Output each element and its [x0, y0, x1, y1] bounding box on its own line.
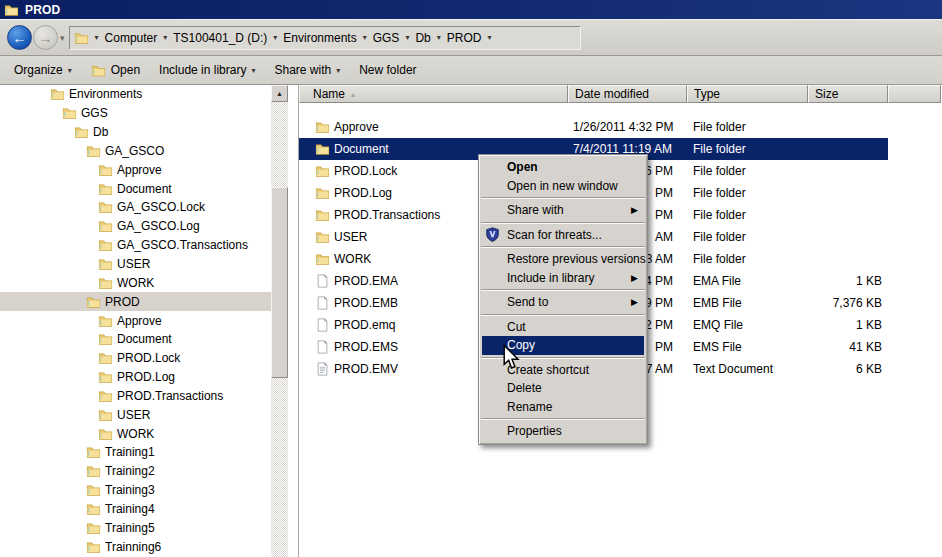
tree-item-training2[interactable]: Training2 — [0, 462, 271, 481]
tree-item-trainning6[interactable]: Trainning6 — [0, 537, 271, 556]
menu-item-properties[interactable]: Properties — [482, 422, 644, 441]
tree-item-ga-gsco-transactions[interactable]: GA_GSCO.Transactions — [0, 236, 271, 255]
menu-item-delete[interactable]: Delete — [482, 379, 644, 398]
toolbar-button-open[interactable]: Open — [91, 63, 140, 78]
breadcrumb-item-ggs[interactable]: GGS — [373, 31, 400, 45]
breadcrumb-item-db[interactable]: Db — [415, 31, 430, 45]
breadcrumb-item-ts100401-d-d[interactable]: TS100401_D (D:) — [173, 31, 267, 45]
menu-item-share-with[interactable]: Share with▶ — [482, 201, 644, 220]
menu-item-restore-previous-versions[interactable]: Restore previous versions — [482, 250, 644, 269]
chevron-down-icon[interactable]: ▾ — [163, 33, 167, 42]
breadcrumb-item-computer[interactable]: Computer — [105, 31, 158, 45]
folder-icon — [315, 252, 330, 266]
chevron-down-icon[interactable]: ▾ — [487, 33, 491, 42]
folder-icon — [86, 295, 101, 309]
submenu-arrow-icon: ▶ — [631, 269, 638, 288]
toolbar-button-organize[interactable]: Organize▾ — [14, 63, 72, 77]
file-name-label: PROD.EMS — [334, 340, 398, 354]
column-header-name[interactable]: Name▴ — [299, 85, 568, 103]
tree-scrollbar[interactable]: ▲ — [271, 85, 288, 557]
column-header-date-modified[interactable]: Date modified — [568, 85, 687, 103]
tree-item-label: Training2 — [105, 464, 155, 478]
file-name-label: PROD.EMA — [334, 274, 398, 288]
folder-icon — [315, 230, 330, 244]
forward-button[interactable]: → — [33, 25, 58, 50]
tree-item-training4[interactable]: Training4 — [0, 500, 271, 519]
type-cell: File folder — [687, 164, 808, 178]
folder-icon — [86, 502, 101, 516]
size-cell: 7,376 KB — [808, 296, 888, 310]
tree-item-ga-gsco-log[interactable]: GA_GSCO.Log — [0, 217, 271, 236]
scrollbar-thumb[interactable] — [271, 187, 288, 378]
tree-item-ga-gsco-lock[interactable]: GA_GSCO.Lock — [0, 198, 271, 217]
tree-item-environments[interactable]: Environments — [0, 85, 271, 104]
menu-item-open[interactable]: Open — [482, 158, 644, 177]
tree-item-training3[interactable]: Training3 — [0, 481, 271, 500]
tree-item-work[interactable]: WORK — [0, 273, 271, 292]
column-header-label: Name — [313, 87, 345, 101]
type-cell: File folder — [687, 120, 808, 134]
column-header-type[interactable]: Type — [687, 85, 808, 103]
folder-icon — [62, 106, 77, 120]
chevron-down-icon: ▾ — [336, 66, 340, 75]
menu-item-label: Scan for threats... — [507, 228, 602, 242]
type-cell: File folder — [687, 252, 808, 266]
menu-item-rename[interactable]: Rename — [482, 398, 644, 417]
breadcrumb-item-environments[interactable]: Environments — [283, 31, 356, 45]
column-headers: Name▴Date modifiedTypeSize — [299, 85, 942, 103]
folder-icon — [315, 120, 330, 134]
breadcrumb-item-prod[interactable]: PROD — [447, 31, 482, 45]
tree-item-prod-lock[interactable]: PROD.Lock — [0, 349, 271, 368]
column-header-blank[interactable] — [888, 85, 941, 103]
tree-item-prod[interactable]: PROD — [0, 292, 271, 311]
tree-item-label: USER — [117, 408, 150, 422]
recent-pages-chevron-icon[interactable]: ▾ — [60, 33, 65, 43]
tree-item-document[interactable]: Document — [0, 330, 271, 349]
folder-icon — [86, 445, 101, 459]
chevron-down-icon[interactable]: ▾ — [363, 33, 367, 42]
tree-item-user[interactable]: USER — [0, 405, 271, 424]
tree-item-ggs[interactable]: GGS — [0, 104, 271, 123]
file-name-label: USER — [334, 230, 367, 244]
tree-item-prod-log[interactable]: PROD.Log — [0, 368, 271, 387]
toolbar-button-new-folder[interactable]: New folder — [359, 63, 416, 77]
title-bar[interactable]: PROD — [0, 0, 942, 19]
menu-item-cut[interactable]: Cut — [482, 318, 644, 337]
chevron-down-icon[interactable]: ▾ — [405, 33, 409, 42]
tree-item-approve[interactable]: Approve — [0, 160, 271, 179]
file-name-cell: Approve — [299, 120, 568, 134]
tree-item-document[interactable]: Document — [0, 179, 271, 198]
tree-item-user[interactable]: USER — [0, 255, 271, 274]
chevron-down-icon[interactable]: ▾ — [273, 33, 277, 42]
file-row-approve[interactable]: Approve1/26/2011 4:32 PMFile folder — [299, 116, 888, 138]
mouse-cursor-icon — [503, 344, 520, 370]
column-header-size[interactable]: Size — [808, 85, 888, 103]
address-breadcrumb[interactable]: ▾ Computer▾TS100401_D (D:)▾Environments▾… — [69, 26, 581, 50]
toolbar-button-share-with[interactable]: Share with▾ — [274, 63, 340, 77]
tree-item-training1[interactable]: Training1 — [0, 443, 271, 462]
text-icon — [315, 362, 330, 376]
toolbar-button-include-in-library[interactable]: Include in library▾ — [159, 63, 255, 77]
window-title: PROD — [25, 3, 60, 17]
menu-item-scan-for-threats[interactable]: Scan for threats... — [482, 226, 644, 245]
menu-item-open-in-new-window[interactable]: Open in new window — [482, 177, 644, 196]
menu-item-include-in-library[interactable]: Include in library▶ — [482, 269, 644, 288]
type-cell: File folder — [687, 208, 808, 222]
chevron-down-icon: ▾ — [251, 66, 255, 75]
folder-icon — [98, 163, 113, 177]
tree-item-approve[interactable]: Approve — [0, 311, 271, 330]
tree-item-db[interactable]: Db — [0, 123, 271, 142]
scroll-up-button[interactable]: ▲ — [271, 85, 288, 102]
tree-item-work[interactable]: WORK — [0, 424, 271, 443]
tree-item-ga-gsco[interactable]: GA_GSCO — [0, 142, 271, 161]
tree-item-training5[interactable]: Training5 — [0, 518, 271, 537]
tree-item-label: Approve — [117, 163, 162, 177]
back-button[interactable]: ← — [7, 25, 32, 50]
tree-item-prod-transactions[interactable]: PROD.Transactions — [0, 387, 271, 406]
menu-item-label: Cut — [507, 320, 526, 334]
menu-item-send-to[interactable]: Send to▶ — [482, 293, 644, 312]
menu-item-label: Share with — [507, 203, 564, 217]
size-cell: 41 KB — [808, 340, 888, 354]
chevron-down-icon[interactable]: ▾ — [95, 33, 99, 42]
chevron-down-icon[interactable]: ▾ — [437, 33, 441, 42]
